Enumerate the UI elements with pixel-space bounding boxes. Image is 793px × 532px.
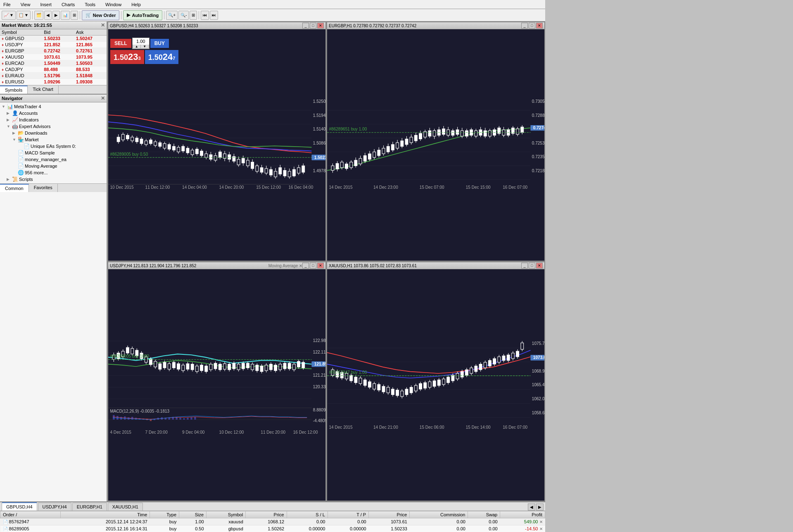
nav-tab-common[interactable]: Common [0, 184, 29, 192]
tab-next-btn[interactable]: ▶ [536, 504, 544, 511]
col-ask[interactable]: Ask [74, 29, 107, 36]
svg-rect-140 [378, 150, 380, 155]
market-watch-row[interactable]: ♦ CADJPY 88.498 88.533 [0, 66, 107, 73]
gbpusd-maximize[interactable]: □ [310, 23, 316, 28]
market-watch-row[interactable]: ♦ EURGBP 0.72742 0.72761 [0, 48, 107, 54]
col-order[interactable]: Order / [0, 511, 61, 518]
col-type[interactable]: Type [150, 511, 179, 518]
tab-symbols[interactable]: Symbols [0, 86, 28, 94]
eurgbp-maximize[interactable]: □ [529, 23, 535, 28]
toolbar-chart-btn[interactable]: 📊 [61, 11, 70, 20]
nav-expert-advisors[interactable]: ▼ 🤖 Expert Advisors [1, 123, 106, 130]
buy-button[interactable]: BUY [150, 39, 169, 48]
menu-window[interactable]: Window [104, 2, 123, 7]
svg-rect-423 [475, 366, 477, 371]
toolbar-zoom-in-btn[interactable]: 🔍+ [166, 11, 178, 20]
chart-tab-xauusd[interactable]: XAUUSD,H1 [108, 503, 143, 511]
toolbar-template-btn[interactable]: 📋▼ [17, 11, 31, 20]
menu-file[interactable]: File [2, 2, 12, 7]
nav-unique-ea-label: Unique EAs System 0: [31, 144, 76, 149]
nav-more[interactable]: ▶ 🌐 956 more... [1, 169, 106, 176]
chart-tab-gbpusd[interactable]: GBPUSD,H4 [2, 502, 37, 511]
col-bid[interactable]: Bid [42, 29, 74, 36]
nav-unique-ea[interactable]: ▶ 📄 Unique EAs System 0: [1, 143, 106, 150]
menu-view[interactable]: View [19, 2, 32, 7]
chart-tab-usdjpy[interactable]: USDJPY,H4 [38, 503, 71, 511]
xauusd-minimize[interactable]: _ [521, 263, 528, 268]
market-watch-row[interactable]: ♦ USDJPY 121.852 121.865 [0, 42, 107, 48]
sell-button[interactable]: SELL [110, 39, 131, 48]
usdjpy-maximize[interactable]: □ [310, 263, 316, 268]
market-watch-row[interactable]: ♦ EURCAD 1.50449 1.50503 [0, 60, 107, 66]
nav-accounts[interactable]: ▶ 👤 Accounts [1, 110, 106, 116]
svg-rect-381 [378, 385, 380, 390]
col-symbol[interactable]: Symbol [207, 511, 246, 518]
trade-table-row[interactable]: 📄 86289005 2015.12.16 16:14:31 buy 0.50 … [0, 525, 545, 532]
nav-tab-favorites[interactable]: Favorites [29, 184, 58, 192]
navigator-close[interactable]: ✕ [101, 95, 105, 101]
trade-table-row[interactable]: 📄 85762947 2015.12.14 12:24:37 buy 1.00 … [0, 518, 545, 525]
col-profit[interactable]: Profit [500, 511, 545, 518]
auto-trading-button[interactable]: ▶ AutoTrading [123, 10, 162, 20]
nav-money-manager[interactable]: ▶ 📄 money_manager_ea [1, 156, 106, 163]
nav-moving-avg[interactable]: ▶ 📄 Moving Average [1, 163, 106, 169]
toolbar-prev-btn[interactable]: ⏮ [201, 11, 209, 20]
toolbar-zoom-out-btn[interactable]: 🔍- [178, 11, 189, 20]
toolbar-profiles-btn[interactable]: 🗂️ [34, 11, 43, 20]
menu-tools[interactable]: Tools [83, 2, 97, 7]
usdjpy-close[interactable]: ✕ [317, 263, 324, 268]
xauusd-controls: _ □ ✕ [521, 263, 543, 268]
svg-text:#86289005 buy 0.50: #86289005 buy 0.50 [110, 152, 148, 157]
market-watch-table: Symbol Bid Ask ♦ GBPUSD 1.50233 1.50247 … [0, 29, 107, 85]
lot-input[interactable] [133, 38, 149, 45]
menu-charts[interactable]: Charts [60, 2, 76, 7]
toolbar-forward-btn[interactable]: ▶ [52, 11, 60, 20]
nav-indicators[interactable]: ▶ 📈 Indicators [1, 116, 106, 123]
tab-prev-btn[interactable]: ◀ [528, 504, 535, 511]
lot-down-btn[interactable]: ▼ [141, 45, 149, 49]
nav-mt4[interactable]: ▼ 📊 MetaTrader 4 [1, 103, 106, 110]
col-price-open[interactable]: Price [246, 511, 287, 518]
market-watch-row[interactable]: ♦ EURAUD 1.51796 1.51848 [0, 73, 107, 79]
nav-downloads[interactable]: ▶ 📂 Downloads [1, 130, 106, 136]
col-swap[interactable]: Swap [468, 511, 500, 518]
gbpusd-close[interactable]: ✕ [317, 23, 324, 28]
menu-insert[interactable]: Insert [38, 2, 53, 7]
market-watch-row[interactable]: ♦ EURUSD 1.09296 1.09308 [0, 79, 107, 85]
market-watch-row[interactable]: ♦ GBPUSD 1.50233 1.50247 [0, 36, 107, 42]
market-watch-row[interactable]: ♦ XAUUSD 1073.61 1073.95 [0, 54, 107, 60]
svg-text:9 Dec 04:00: 9 Dec 04:00 [182, 430, 205, 435]
tab-tick-chart[interactable]: Tick Chart [28, 86, 59, 94]
usdjpy-minimize[interactable]: _ [302, 263, 309, 268]
gbpusd-minimize[interactable]: _ [302, 23, 309, 28]
col-commission[interactable]: Commission [410, 511, 468, 518]
lot-up-btn[interactable]: ▲ [133, 45, 141, 49]
svg-rect-278 [233, 363, 235, 368]
col-tp[interactable]: T / P [328, 511, 368, 518]
nav-scripts[interactable]: ▶ 📜 Scripts [1, 176, 106, 183]
chart-tab-eurgbp[interactable]: EURGBP,H1 [72, 503, 107, 511]
toolbar-grid-btn[interactable]: ⊞ [71, 11, 78, 20]
svg-text:16 Dec 12:00: 16 Dec 12:00 [293, 430, 318, 435]
toolbar-new-chart-btn[interactable]: 📈▼ [2, 11, 16, 20]
nav-market[interactable]: ▼ 🏪 Market [1, 136, 106, 143]
market-watch-close[interactable]: ✕ [101, 22, 105, 28]
toolbar-back-btn[interactable]: ◀ [44, 11, 52, 20]
menu-help[interactable]: Help [130, 2, 142, 7]
svg-rect-387 [392, 389, 394, 394]
svg-rect-389 [396, 390, 399, 395]
toolbar-next-btn[interactable]: ⏭ [210, 11, 218, 20]
col-price-close[interactable]: Price [369, 511, 410, 518]
nav-macd[interactable]: ▶ 📄 MACD Sample [1, 150, 106, 156]
xauusd-maximize[interactable]: □ [529, 263, 535, 268]
col-symbol[interactable]: Symbol [0, 29, 42, 36]
eurgbp-close[interactable]: ✕ [536, 23, 543, 28]
xauusd-close[interactable]: ✕ [536, 263, 543, 268]
col-time[interactable]: Time [60, 511, 150, 518]
new-order-button[interactable]: 🛒 New Order [82, 10, 120, 20]
col-size[interactable]: Size [179, 511, 207, 518]
toolbar-view-btn[interactable]: ⊞ [190, 11, 197, 20]
col-sl[interactable]: S / L [287, 511, 328, 518]
eurgbp-minimize[interactable]: _ [521, 23, 528, 28]
svg-text:0.72880: 0.72880 [532, 113, 544, 118]
